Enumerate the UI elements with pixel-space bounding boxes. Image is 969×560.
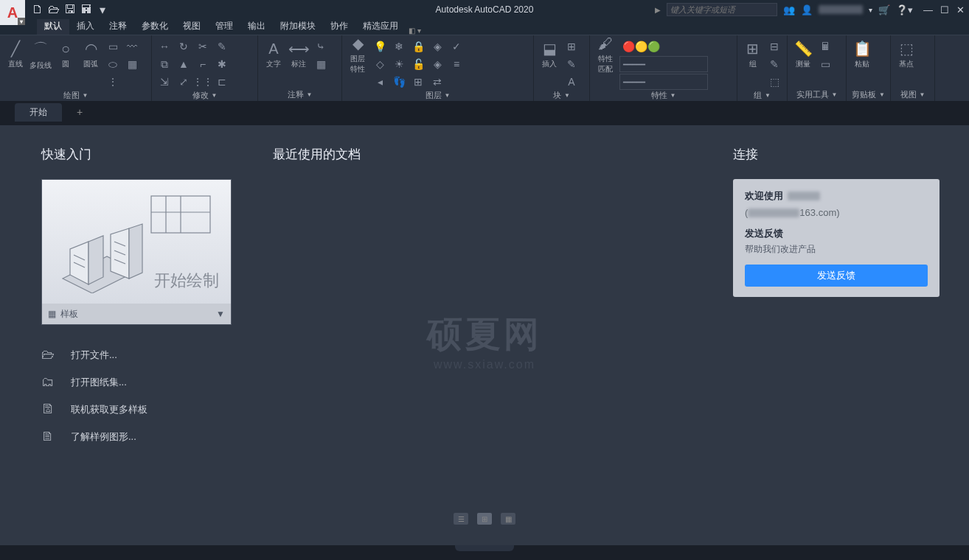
close-button[interactable]: ✕ <box>956 4 965 15</box>
panel-layer-title[interactable]: 图层▼ <box>347 90 529 101</box>
infocenter-icon[interactable]: 👥 <box>783 4 795 15</box>
save-icon[interactable]: 🖫 <box>63 3 77 16</box>
app-menu-button[interactable]: A <box>0 0 25 25</box>
tool-rotate-icon[interactable]: ↻ <box>176 38 192 55</box>
user-icon[interactable]: 👤 <box>801 4 813 15</box>
tool-array-icon[interactable]: ⋮⋮ <box>195 74 211 90</box>
open-file-link[interactable]: 🗁打开文件... <box>41 341 265 368</box>
maximize-button[interactable]: ☐ <box>940 4 949 15</box>
layer-walk-icon[interactable]: 👣 <box>391 74 407 90</box>
tool-spline-icon[interactable]: 〰 <box>124 38 140 55</box>
qat-dropdown-icon[interactable]: ▾ <box>96 3 109 16</box>
layer-uniso-icon[interactable]: ◈ <box>429 56 445 72</box>
tool-line[interactable]: ╱直线 <box>4 38 27 71</box>
tool-trim-icon[interactable]: ✂ <box>195 38 211 55</box>
tool-table-icon[interactable]: ▦ <box>313 56 329 72</box>
view-grid-icon[interactable]: ▦ <box>501 513 515 525</box>
panel-props-title[interactable]: 特性▼ <box>594 90 732 101</box>
tool-leader-icon[interactable]: ⤷ <box>313 38 329 55</box>
block-attr-icon[interactable]: A <box>563 74 580 90</box>
lineweight-dropdown[interactable]: ━━━━━ <box>619 74 708 90</box>
tool-polyline[interactable]: ⌒多段线 <box>29 38 52 71</box>
tool-copy-icon[interactable]: ⧉ <box>156 56 173 72</box>
linetype-dropdown[interactable]: ━━━━━ <box>619 56 708 72</box>
layer-prev-icon[interactable]: ◂ <box>372 74 388 90</box>
tab-default[interactable]: 默认 <box>37 18 69 35</box>
tool-hatch-icon[interactable]: ▦ <box>124 56 140 72</box>
tab-parametric[interactable]: 参数化 <box>134 18 176 35</box>
panel-annotate-title[interactable]: 注释▼ <box>263 88 337 101</box>
tool-text[interactable]: A文字 <box>263 38 285 71</box>
panel-block-title[interactable]: 块▼ <box>538 90 585 101</box>
group-select-icon[interactable]: ⬚ <box>766 74 782 90</box>
calc-icon[interactable]: 🖩 <box>817 38 833 55</box>
panel-clip-title[interactable]: 剪贴板▼ <box>851 88 886 101</box>
tab-addins[interactable]: 附加模块 <box>273 18 323 35</box>
tab-start[interactable]: 开始 <box>15 103 62 122</box>
tool-explode-icon[interactable]: ✱ <box>214 56 230 72</box>
new-icon[interactable]: 🗋 <box>31 3 44 16</box>
saveas-icon[interactable]: 🖬 <box>80 3 93 16</box>
tool-rect-icon[interactable]: ▭ <box>105 38 121 55</box>
layer-freeze-icon[interactable]: ❄ <box>391 38 407 55</box>
panel-view-title[interactable]: 视图▼ <box>895 88 930 101</box>
tool-erase-icon[interactable]: ✎ <box>214 38 230 55</box>
tool-fillet-icon[interactable]: ⌐ <box>195 56 211 72</box>
tool-move-icon[interactable]: ↔ <box>156 38 173 55</box>
layer-thaw-icon[interactable]: ☀ <box>391 56 407 72</box>
open-icon[interactable]: 🗁 <box>47 3 60 16</box>
layer-unlock-icon[interactable]: 🔓 <box>410 56 426 72</box>
minimize-button[interactable]: — <box>923 4 933 15</box>
tab-featured[interactable]: 精选应用 <box>355 18 406 35</box>
tool-insert[interactable]: ⬓插入 <box>538 38 560 71</box>
layer-off-icon[interactable]: ◇ <box>372 56 388 72</box>
tab-extra-icon[interactable]: ◧ ▾ <box>409 27 421 35</box>
tool-offset-icon[interactable]: ⊏ <box>214 74 230 90</box>
view-detail-icon[interactable]: ⊞ <box>477 513 492 525</box>
more-templates-link[interactable]: 🖺联机获取更多样板 <box>41 396 265 423</box>
tab-view[interactable]: 视图 <box>176 18 208 35</box>
panel-group-title[interactable]: 组▼ <box>742 90 782 101</box>
tab-manage[interactable]: 管理 <box>208 18 240 35</box>
tool-group[interactable]: ⊞组 <box>742 38 763 71</box>
tool-layer-props[interactable]: ◆图层 特性 <box>347 38 369 71</box>
tool-ellipse-icon[interactable]: ⬭ <box>105 56 121 72</box>
block-edit-icon[interactable]: ✎ <box>563 56 580 72</box>
tool-paste[interactable]: 📋粘贴 <box>851 38 873 71</box>
group-edit-icon[interactable]: ✎ <box>766 56 782 72</box>
ungroup-icon[interactable]: ⊟ <box>766 38 782 55</box>
new-tab-button[interactable]: + <box>77 106 83 118</box>
tool-match-props[interactable]: 🖌特性 匹配 <box>594 38 617 71</box>
send-feedback-button[interactable]: 发送反馈 <box>745 265 928 287</box>
status-handle-icon[interactable] <box>455 545 514 551</box>
layer-iso-icon[interactable]: ◈ <box>429 38 445 55</box>
tool-scale-icon[interactable]: ⤢ <box>176 74 192 90</box>
tool-stretch-icon[interactable]: ⇲ <box>156 74 173 90</box>
layer-state-icon[interactable]: ⊞ <box>410 74 426 90</box>
user-dropdown-icon[interactable]: ▾ <box>869 6 872 14</box>
panel-modify-title[interactable]: 修改▼ <box>156 90 253 101</box>
open-sheetset-link[interactable]: 🗂打开图纸集... <box>41 368 265 396</box>
tool-dim[interactable]: ⟷标注 <box>288 38 310 71</box>
template-dropdown[interactable]: ▦样板 ▼ <box>42 304 231 324</box>
layer-lock-icon[interactable]: 🔒 <box>410 38 426 55</box>
exchange-icon[interactable]: 🛒 <box>878 4 890 15</box>
view-list-icon[interactable]: ☰ <box>454 513 468 525</box>
tab-insert[interactable]: 插入 <box>69 18 102 35</box>
layer-change-icon[interactable]: ⇄ <box>429 74 445 90</box>
layer-make-icon[interactable]: ✓ <box>448 38 465 55</box>
select-icon[interactable]: ▭ <box>817 56 833 72</box>
sample-drawings-link[interactable]: 🗎了解样例图形... <box>41 423 265 450</box>
layer-on-icon[interactable]: 💡 <box>372 38 388 55</box>
panel-draw-title[interactable]: 绘图▼ <box>4 90 147 101</box>
search-input[interactable] <box>667 3 777 16</box>
tab-annotate[interactable]: 注释 <box>102 18 134 35</box>
block-create-icon[interactable]: ⊞ <box>563 38 580 55</box>
start-drawing-card[interactable]: 开始绘制 ▦样板 ▼ <box>41 179 232 325</box>
tab-output[interactable]: 输出 <box>240 18 273 35</box>
help-icon[interactable]: ❔▾ <box>896 4 913 15</box>
color-picker-icon[interactable]: 🔴🟡🟢 <box>619 38 663 55</box>
panel-util-title[interactable]: 实用工具▼ <box>792 88 841 101</box>
layer-match-icon[interactable]: ≡ <box>448 56 465 72</box>
tool-base[interactable]: ⬚基点 <box>895 38 917 71</box>
